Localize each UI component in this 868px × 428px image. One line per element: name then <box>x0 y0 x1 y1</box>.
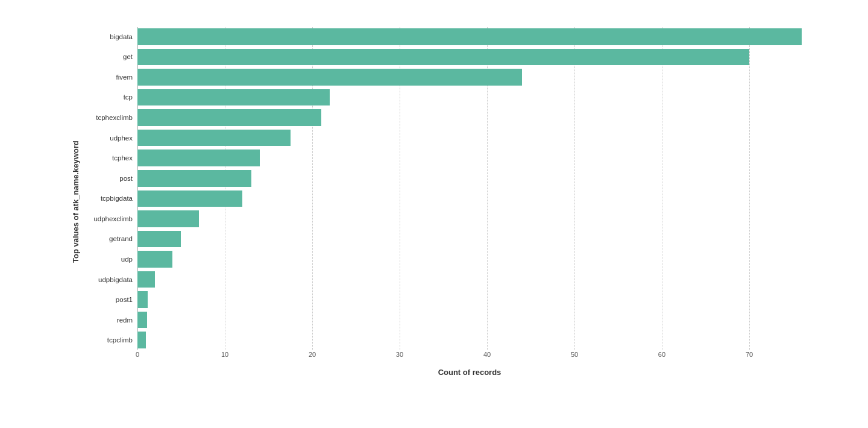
x-tick-0: 0 <box>136 351 139 358</box>
y-label-6: tcphex <box>80 148 137 168</box>
y-label-11: udp <box>80 250 137 269</box>
plot-area: bigdatagetfivemtcptcphexclimbudphextcphe… <box>80 27 802 350</box>
y-label-10: getrand <box>80 230 137 249</box>
bar-row-12 <box>137 270 802 289</box>
bar-row-13 <box>137 290 802 309</box>
chart-inner: bigdatagetfivemtcptcphexclimbudphextcphe… <box>80 27 802 377</box>
bar-fill-11 <box>137 251 172 268</box>
bar-row-6 <box>137 148 802 168</box>
y-label-2: fivem <box>80 68 137 87</box>
y-axis-label: Top values of atk_name.keyword <box>66 27 80 377</box>
y-label-14: redm <box>80 310 137 330</box>
x-axis-ticks: 010203040506070 <box>137 351 802 364</box>
chart-plot <box>137 27 802 350</box>
y-label-12: udpbigdata <box>80 270 137 289</box>
x-tick-2: 20 <box>309 351 316 358</box>
chart-container: Top values of atk_name.keyword bigdatage… <box>42 15 826 413</box>
bar-fill-7 <box>137 170 251 187</box>
bar-fill-2 <box>137 69 522 86</box>
bar-row-14 <box>137 310 802 330</box>
bar-row-9 <box>137 209 802 228</box>
bar-row-11 <box>137 250 802 269</box>
bar-fill-0 <box>137 28 802 45</box>
x-tick-3: 30 <box>396 351 403 358</box>
bar-fill-5 <box>137 130 291 146</box>
bar-row-3 <box>137 88 802 107</box>
x-tick-7: 70 <box>746 351 753 358</box>
y-label-3: tcp <box>80 88 137 107</box>
bar-fill-10 <box>137 231 181 248</box>
bar-fill-12 <box>137 271 155 288</box>
bar-fill-6 <box>137 149 260 166</box>
y-label-8: tcpbigdata <box>80 189 137 209</box>
bar-row-10 <box>137 230 802 249</box>
bar-fill-9 <box>137 210 199 227</box>
bar-fill-4 <box>137 109 321 126</box>
bar-row-4 <box>137 108 802 127</box>
bar-row-15 <box>137 330 802 350</box>
bar-fill-13 <box>137 291 148 308</box>
y-label-9: udphexclimb <box>80 209 137 228</box>
bar-fill-14 <box>137 312 147 329</box>
bar-row-8 <box>137 189 802 209</box>
y-labels-column: bigdatagetfivemtcptcphexclimbudphextcphe… <box>80 27 137 350</box>
x-tick-4: 40 <box>483 351 491 358</box>
bar-fill-3 <box>137 89 330 106</box>
bar-row-0 <box>137 27 802 46</box>
y-label-4: tcphexclimb <box>80 108 137 127</box>
x-tick-6: 60 <box>658 351 665 358</box>
y-label-15: tcpclimb <box>80 330 137 350</box>
y-label-0: bigdata <box>80 27 137 46</box>
bar-fill-1 <box>137 49 749 66</box>
bar-row-1 <box>137 48 802 67</box>
x-tick-1: 10 <box>221 351 228 358</box>
x-axis-label: Count of records <box>137 368 802 377</box>
chart-area: Top values of atk_name.keyword bigdatage… <box>66 27 802 377</box>
bar-row-5 <box>137 128 802 148</box>
y-label-1: get <box>80 48 137 67</box>
bar-row-7 <box>137 169 802 188</box>
y-label-5: udphex <box>80 128 137 148</box>
bar-fill-8 <box>137 190 242 207</box>
y-label-13: post1 <box>80 290 137 309</box>
y-label-7: post <box>80 169 137 188</box>
x-tick-5: 50 <box>571 351 578 358</box>
bar-row-2 <box>137 68 802 87</box>
bar-fill-15 <box>137 332 146 348</box>
